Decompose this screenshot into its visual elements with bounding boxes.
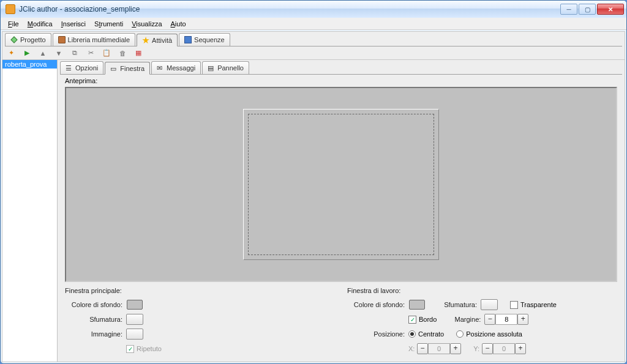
- preview-window: [243, 109, 439, 260]
- preview-area: [65, 87, 617, 282]
- x-inc-button: +: [450, 343, 461, 354]
- subtab-window-label: Finestra: [120, 65, 145, 72]
- tab-activities[interactable]: Attività: [137, 34, 178, 46]
- work-gradient-label: Sfumatura:: [438, 301, 481, 308]
- y-inc-button: +: [515, 343, 526, 354]
- diamond-icon: [10, 36, 17, 43]
- tab-sequences[interactable]: Sequenze: [179, 33, 230, 46]
- margin-label: Margine:: [449, 316, 484, 323]
- copy-icon[interactable]: ⧉: [70, 48, 80, 58]
- subtab-window[interactable]: ▭Finestra: [105, 62, 150, 75]
- maximize-button[interactable]: ▢: [579, 4, 596, 15]
- x-label: X:: [408, 345, 417, 352]
- centered-radio[interactable]: [408, 330, 416, 338]
- cut-icon[interactable]: ✂: [86, 48, 96, 58]
- sequence-icon: [184, 36, 192, 43]
- menu-help[interactable]: Aiuto: [167, 20, 190, 28]
- tab-library-label: Libreria multimediale: [68, 36, 130, 43]
- menu-view[interactable]: Visualizza: [128, 20, 165, 28]
- centered-label: Centrato: [418, 330, 444, 338]
- new-activity-icon[interactable]: ✦: [6, 48, 16, 58]
- main-bg-label: Colore di sfondo:: [65, 301, 126, 308]
- subtab-messages[interactable]: ✉Messaggi: [151, 61, 201, 74]
- subtab-panel-label: Pannello: [217, 64, 244, 72]
- menu-insert[interactable]: Inserisci: [58, 20, 89, 28]
- main-tabs: Progetto Libreria multimediale Attività …: [5, 33, 622, 46]
- main-gradient-button[interactable]: [126, 314, 143, 325]
- toolbar: ✦ ▶ ▲ ▼ ⧉ ✂ 📋 🗑 ▦: [2, 46, 625, 60]
- tab-activities-label: Attività: [152, 37, 172, 44]
- margin-inc-button[interactable]: +: [517, 314, 528, 325]
- activities-sidebar: roberta_prova: [2, 60, 58, 362]
- panel-icon: ▤: [208, 64, 215, 72]
- x-dec-button: −: [417, 343, 428, 354]
- y-label: Y:: [473, 345, 482, 352]
- grid-icon[interactable]: ▦: [133, 48, 143, 58]
- book-icon: [58, 36, 66, 43]
- subtab-messages-label: Messaggi: [167, 64, 195, 72]
- up-icon[interactable]: ▲: [38, 48, 48, 58]
- margin-input[interactable]: 8: [495, 314, 517, 325]
- subtab-options-label: Opzioni: [75, 64, 98, 72]
- sub-tabs: ☰Opzioni ▭Finestra ✉Messaggi ▤Pannello: [60, 61, 622, 74]
- window-title: JClic author - associazione_semplice: [19, 5, 560, 13]
- titlebar: JClic author - associazione_semplice ─ ▢…: [1, 1, 626, 18]
- menubar: File Modifica Inserisci Strumenti Visual…: [1, 18, 626, 30]
- sidebar-item[interactable]: roberta_prova: [2, 60, 57, 69]
- margin-dec-button[interactable]: −: [484, 314, 495, 325]
- tab-library[interactable]: Libreria multimediale: [53, 33, 136, 46]
- tab-project[interactable]: Progetto: [5, 33, 51, 46]
- window-icon: ▭: [110, 65, 118, 72]
- menu-edit[interactable]: Modifica: [24, 20, 56, 28]
- main-image-label: Immagine:: [65, 330, 126, 338]
- main-gradient-label: Sfumatura:: [65, 316, 126, 323]
- subtab-options[interactable]: ☰Opzioni: [60, 61, 103, 74]
- work-bg-label: Colore di sfondo:: [347, 301, 408, 308]
- transparent-label: Trasparente: [520, 301, 557, 308]
- work-gradient-button[interactable]: [481, 299, 498, 310]
- work-panel-title: Finestra di lavoro:: [347, 287, 617, 294]
- main-window-panel: Finestra principale: Colore di sfondo: S…: [65, 287, 335, 357]
- minimize-button[interactable]: ─: [560, 4, 577, 15]
- absolute-radio[interactable]: [456, 330, 464, 338]
- position-label: Posizione:: [347, 330, 408, 338]
- tab-project-label: Progetto: [20, 36, 46, 43]
- menu-tools[interactable]: Strumenti: [91, 20, 127, 28]
- paste-icon[interactable]: 📋: [102, 48, 111, 58]
- star-icon: [142, 37, 149, 44]
- main-bg-color-button[interactable]: [127, 300, 143, 310]
- work-window-panel: Finestra di lavoro: Colore di sfondo: Sf…: [347, 287, 617, 357]
- tab-sequences-label: Sequenze: [194, 36, 225, 43]
- border-label: Bordo: [419, 316, 437, 323]
- app-icon: [6, 4, 15, 14]
- options-icon: ☰: [66, 64, 73, 72]
- delete-icon[interactable]: 🗑: [118, 48, 127, 58]
- absolute-label: Posizione assoluta: [466, 330, 522, 338]
- y-input: 0: [493, 343, 515, 354]
- menu-file[interactable]: File: [4, 20, 23, 28]
- messages-icon: ✉: [157, 64, 164, 72]
- preview-label: Anteprima:: [65, 77, 617, 84]
- main-repeat-checkbox: ✓: [126, 345, 134, 353]
- transparent-checkbox[interactable]: [510, 301, 518, 309]
- x-input: 0: [428, 343, 450, 354]
- border-checkbox[interactable]: ✓: [408, 316, 416, 324]
- down-icon[interactable]: ▼: [54, 48, 64, 58]
- play-icon[interactable]: ▶: [22, 48, 32, 58]
- work-bg-color-button[interactable]: [409, 300, 425, 310]
- close-button[interactable]: ✕: [597, 4, 624, 15]
- main-image-button[interactable]: [126, 329, 143, 340]
- y-dec-button: −: [482, 343, 493, 354]
- subtab-panel[interactable]: ▤Pannello: [202, 61, 249, 74]
- main-repeat-label: Ripetuto: [137, 345, 162, 352]
- main-panel-title: Finestra principale:: [65, 287, 335, 294]
